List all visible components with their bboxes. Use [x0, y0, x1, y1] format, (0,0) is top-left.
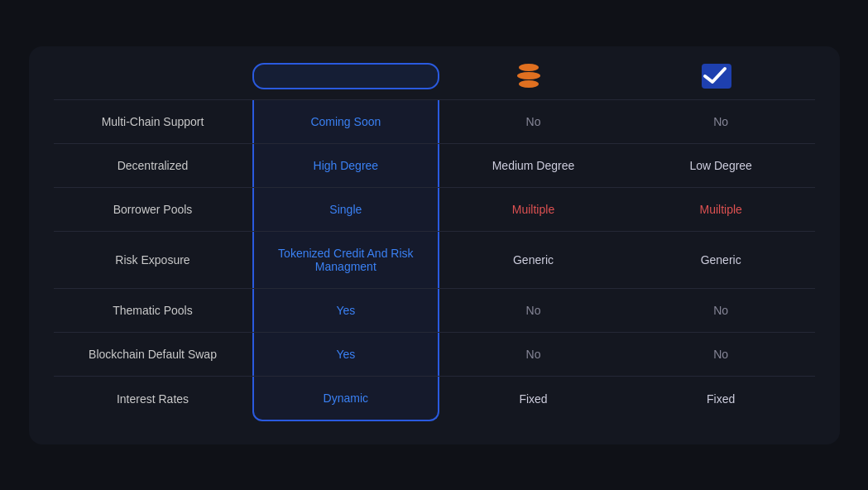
- maple-cell: Fixed: [439, 377, 627, 420]
- clearpool-cell: Coming Soon: [252, 100, 440, 143]
- table-row: Blockchain Default SwapYesNoNo: [54, 332, 815, 376]
- truefi-cell: Muiltiple: [627, 188, 815, 231]
- table-row: Risk ExposureTokenized Credit And Risk M…: [54, 231, 815, 288]
- maple-cell: Medium Degree: [439, 144, 627, 187]
- maple-cell: Generic: [439, 238, 627, 281]
- maple-cell: No: [439, 289, 627, 332]
- table-row: Thematic PoolsYesNoNo: [54, 288, 815, 332]
- row-label: Interest Rates: [54, 377, 252, 420]
- truefi-header: [627, 64, 815, 89]
- header-row: [54, 63, 815, 99]
- row-label: Thematic Pools: [54, 289, 252, 332]
- table-row: Interest RatesDynamicFixedFixed: [54, 376, 815, 421]
- truefi-cell: Low Degree: [627, 144, 815, 187]
- truefi-cell: Generic: [627, 238, 815, 281]
- row-label: Multi-Chain Support: [54, 100, 252, 143]
- row-label: Decentralized: [54, 144, 252, 187]
- row-label: Blockchain Default Swap: [54, 333, 252, 376]
- data-rows: Multi-Chain SupportComing SoonNoNoDecent…: [54, 99, 815, 421]
- maple-icon: [517, 64, 540, 88]
- truefi-cell: Fixed: [627, 377, 815, 420]
- clearpool-cell: Single: [252, 188, 440, 231]
- clearpool-cell: Tokenized Credit And Risk Managment: [252, 232, 440, 288]
- clearpool-cell: High Degree: [252, 144, 440, 187]
- row-label: Borrower Pools: [54, 188, 252, 231]
- clearpool-cell: Yes: [252, 289, 440, 332]
- maple-cell: No: [439, 100, 627, 143]
- table-row: Borrower PoolsSingleMuiltipleMuiltiple: [54, 187, 815, 231]
- clearpool-cell: Yes: [252, 333, 440, 376]
- comparison-table: Multi-Chain SupportComing SoonNoNoDecent…: [29, 46, 840, 444]
- table-row: Multi-Chain SupportComing SoonNoNo: [54, 99, 815, 143]
- clearpool-header: [252, 63, 440, 89]
- truefi-icon: [702, 64, 731, 89]
- maple-header: [439, 64, 627, 88]
- truefi-cell: No: [627, 100, 815, 143]
- clearpool-cell: Dynamic: [252, 377, 440, 421]
- truefi-cell: No: [627, 333, 815, 376]
- truefi-cell: No: [627, 289, 815, 332]
- row-label: Risk Exposure: [54, 238, 252, 281]
- table-row: DecentralizedHigh DegreeMedium DegreeLow…: [54, 143, 815, 187]
- maple-cell: Muiltiple: [439, 188, 627, 231]
- maple-cell: No: [439, 333, 627, 376]
